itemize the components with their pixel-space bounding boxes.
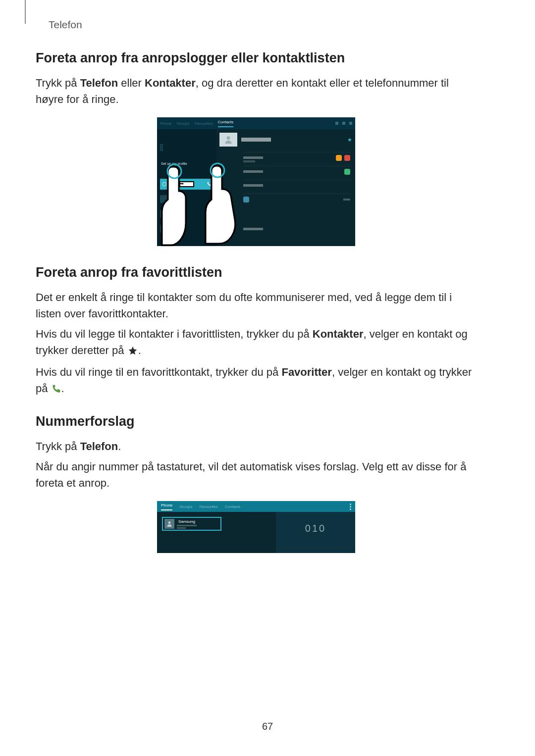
page-number: 67	[0, 721, 535, 732]
section3-p1: Trykk på Telefon.	[36, 438, 477, 454]
figure1-wrapper: Phone Groups Favourites Contacts Set up …	[36, 117, 477, 248]
tab-groups: Groups	[176, 121, 189, 126]
contact-detail-header: ★	[219, 132, 352, 147]
figure2-wrapper: Phone Groups Favourites Contacts Samsung	[36, 501, 477, 555]
suggestion-name: Samsung	[177, 519, 197, 524]
side-rule	[25, 0, 26, 24]
text-run: Trykk på	[36, 440, 80, 453]
text-bold-favoritter: Favoritter	[281, 366, 331, 378]
text-bold-kontakter: Kontakter	[145, 77, 196, 89]
detail-row-connected	[243, 180, 350, 191]
dialed-number: 010	[305, 523, 326, 534]
avatar	[219, 133, 237, 147]
tab-groups: Groups	[179, 504, 192, 509]
text-bold-telefon: Telefon	[80, 77, 118, 89]
swipe-item	[160, 179, 214, 190]
section2-p2: Hvis du vil legge til kontakter i favori…	[36, 326, 477, 360]
section-title-favorites: Foreta anrop fra favorittlisten	[36, 265, 477, 280]
chapter-title: Telefon	[49, 19, 82, 31]
tab-phone: Phone	[160, 121, 171, 126]
text-run: .	[138, 344, 141, 356]
tab-contacts: Contacts	[218, 120, 234, 127]
detail-row-app	[243, 194, 350, 204]
text-run: Hvis du vil legge til kontakter i favori…	[36, 328, 313, 340]
text-bold-kontakter2: Kontakter	[313, 328, 364, 340]
svg-point-2	[162, 182, 166, 186]
star-icon	[128, 344, 138, 360]
refresh-icon	[162, 182, 167, 187]
suggestion-text: Samsung	[177, 519, 197, 529]
app-icon	[243, 197, 249, 202]
contact-name-blur	[241, 138, 271, 142]
search-box	[160, 144, 163, 151]
section-title-suggestions: Nummerforslag	[36, 414, 477, 429]
setup-profile-label: Set up my profile	[161, 162, 187, 165]
video-icon	[344, 169, 350, 175]
phone-icon	[207, 182, 212, 187]
message-icon	[344, 155, 350, 161]
figure-contacts-swipe: Phone Groups Favourites Contacts Set up …	[157, 117, 355, 246]
figure-number-suggestion: Phone Groups Favourites Contacts Samsung	[157, 501, 355, 553]
contact-list-column: Set up my profile	[157, 129, 216, 246]
tab-favourites: Favourites	[194, 121, 213, 126]
call-icon	[336, 155, 342, 161]
svg-point-8	[168, 521, 171, 524]
section-title-calllog: Foreta anrop fra anropslogger eller kont…	[36, 50, 477, 66]
text-run: .	[118, 440, 121, 453]
text-run: Hvis du vil ringe til en favorittkontakt…	[36, 366, 281, 378]
header-icons	[335, 122, 352, 125]
detail-row-video	[243, 166, 350, 177]
suggestion-item: Samsung	[162, 517, 221, 531]
avatar	[164, 519, 174, 529]
list-item	[160, 208, 214, 219]
list-item	[160, 194, 214, 204]
contact-detail-column: ★	[216, 129, 355, 246]
star-icon: ★	[347, 137, 352, 143]
figure1-tabs: Phone Groups Favourites Contacts	[157, 117, 355, 129]
section2-p1: Det er enkelt å ringe til kontakter som …	[36, 289, 477, 322]
tab-contacts: Contacts	[225, 504, 241, 509]
section-favorites: Foreta anrop fra favorittlisten Det er e…	[36, 265, 477, 398]
phone-icon	[52, 382, 61, 398]
swipe-arrow-icon	[179, 181, 194, 187]
list-item	[160, 223, 214, 234]
page-content: Foreta anrop fra anropslogger eller kont…	[36, 50, 477, 572]
section3-p2: Når du angir nummer på tastaturet, vil d…	[36, 458, 477, 491]
text-bold-telefon2: Telefon	[80, 440, 118, 453]
dial-pad-display: 010	[276, 512, 355, 553]
svg-rect-3	[180, 183, 182, 184]
section-suggestions: Nummerforslag Trykk på Telefon. Når du a…	[36, 414, 477, 555]
overflow-menu-icon	[350, 504, 351, 510]
text-run: .	[61, 382, 64, 395]
tab-favourites: Favourites	[199, 504, 217, 509]
section2-p3: Hvis du vil ringe til en favorittkontakt…	[36, 364, 477, 398]
detail-row-phone	[243, 152, 350, 163]
figure2-tabs: Phone Groups Favourites Contacts	[157, 501, 355, 512]
svg-marker-4	[182, 183, 184, 185]
section1-paragraph: Trykk på Telefon eller Kontakter, og dra…	[36, 75, 477, 107]
text-run: eller	[118, 77, 145, 89]
text-run: Trykk på	[36, 77, 80, 89]
svg-point-5	[227, 136, 230, 140]
detail-row	[243, 223, 350, 234]
tab-phone: Phone	[161, 503, 172, 510]
